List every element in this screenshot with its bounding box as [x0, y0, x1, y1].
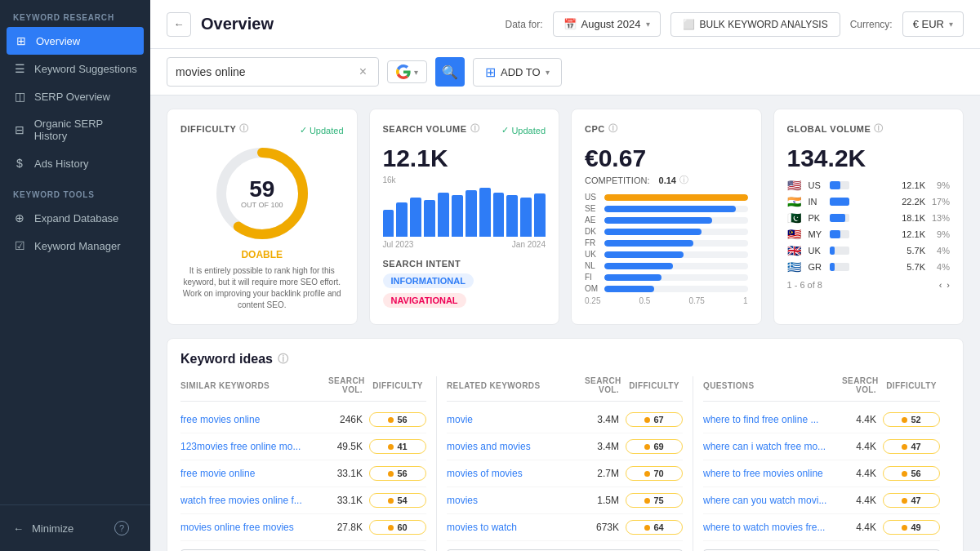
- search-intent-label: SEARCH INTENT: [383, 259, 546, 269]
- country-percentage: 4%: [930, 246, 950, 256]
- difficulty-number: 41: [397, 442, 407, 451]
- keyword-link[interactable]: where to watch movies fre...: [703, 522, 842, 533]
- sidebar-item-expand-database[interactable]: ⊕ Expand Database: [0, 204, 150, 232]
- intent-tag-navigational: NAVIGATIONAL: [383, 293, 466, 308]
- cpc-country-row: SE: [585, 204, 748, 213]
- back-button[interactable]: ←: [167, 12, 191, 37]
- add-to-label: ADD TO: [501, 66, 541, 78]
- country-flag: 🇺🇸: [787, 179, 804, 192]
- prev-page-arrow[interactable]: ‹: [939, 280, 942, 290]
- keyword-row: movies and movies 3.4M 69: [447, 433, 683, 460]
- search-input[interactable]: [176, 65, 356, 78]
- list-icon: ☰: [13, 62, 26, 75]
- keyword-link[interactable]: where can i watch free mo...: [703, 441, 842, 452]
- sidebar-item-organic-serp-history[interactable]: ⊟ Organic SERP History: [0, 110, 150, 149]
- bulk-keyword-analysis-button[interactable]: ⬜ BULK KEYWORD ANALYSIS: [670, 12, 840, 37]
- keyword-link[interactable]: 123movies free online mo...: [180, 441, 328, 452]
- difficulty-badge: 70: [626, 466, 683, 481]
- country-bars: US SE AE DK FR UK: [585, 193, 748, 293]
- chart-date-labels: Jul 2023 Jan 2024: [383, 240, 546, 249]
- keyword-link[interactable]: movies of movies: [447, 468, 585, 479]
- date-picker-button[interactable]: 📅 August 2024 ▾: [553, 11, 661, 37]
- sidebar-item-serp-overview[interactable]: ◫ SERP Overview: [0, 82, 150, 110]
- keyword-link[interactable]: where can you watch movi...: [703, 495, 842, 506]
- country-bar-background: [604, 194, 748, 201]
- currency-value: € EUR: [913, 18, 944, 30]
- sidebar-item-keyword-manager[interactable]: ☑ Keyword Manager: [0, 232, 150, 260]
- main-content: ← Overview Data for: 📅 August 2024 ▾ ⬜ B…: [150, 0, 980, 551]
- chevron-down-icon: ▾: [646, 20, 650, 29]
- similar-diff-header: DIFFICULTY: [369, 381, 426, 390]
- keyword-link[interactable]: movies: [447, 495, 585, 506]
- keyword-row: movies of movies 2.7M 70: [447, 460, 683, 487]
- search-input-wrap: ×: [167, 57, 379, 87]
- country-code: FI: [585, 273, 601, 282]
- difficulty-dot: [644, 498, 650, 504]
- cpc-country-row: OM: [585, 284, 748, 293]
- country-bar-background: [604, 286, 748, 292]
- search-button[interactable]: 🔍: [435, 57, 465, 87]
- volume-bar: [383, 210, 394, 237]
- global-country-row: 🇮🇳 IN 22.2K 17%: [787, 195, 951, 208]
- related-col-label: RELATED KEYWORDS: [447, 381, 585, 390]
- country-code: SE: [585, 204, 601, 213]
- clear-icon[interactable]: ×: [356, 64, 370, 79]
- difficulty-dot: [644, 525, 650, 531]
- keyword-link[interactable]: free movies online: [180, 414, 328, 425]
- difficulty-number: 67: [653, 415, 663, 424]
- cpc-country-row: FR: [585, 238, 748, 247]
- keyword-row: movies online free movies 27.8K 60: [180, 514, 426, 541]
- keyword-link[interactable]: free movie online: [180, 468, 328, 479]
- similar-vol-header: SEARCH VOL.: [328, 376, 369, 394]
- difficulty-updated: ✓ Updated: [300, 125, 344, 136]
- cpc-scale-labels: 0.25 0.5 0.75 1: [585, 296, 748, 305]
- difficulty-number: 70: [653, 469, 663, 478]
- intent-tags: INFORMATIONAL NAVIGATIONAL: [383, 273, 546, 308]
- sidebar-item-label: Keyword Manager: [34, 240, 121, 252]
- help-icon[interactable]: ?: [114, 521, 129, 535]
- minimize-arrow-icon: ←: [13, 522, 24, 535]
- country-bar-background: [604, 251, 748, 258]
- mini-bar-background: [830, 181, 849, 189]
- sidebar-item-overview[interactable]: ⊞ Overview: [7, 27, 144, 55]
- global-country-row: 🇲🇾 MY 12.1K 9%: [787, 228, 951, 241]
- volume-bar: [520, 198, 532, 237]
- dollar-icon: $: [13, 157, 26, 170]
- google-logo-selector[interactable]: ▾: [387, 60, 427, 83]
- keyword-link[interactable]: movies and movies: [447, 441, 585, 452]
- next-page-arrow[interactable]: ›: [947, 280, 950, 290]
- country-code-label: UK: [808, 246, 825, 256]
- keyword-link[interactable]: where to free movies online: [703, 468, 842, 479]
- keyword-link[interactable]: movie: [447, 414, 585, 425]
- keyword-link[interactable]: movies online free movies: [180, 522, 328, 533]
- country-bar-fill: [604, 251, 684, 258]
- sidebar-item-label: SERP Overview: [34, 91, 110, 103]
- pagination-row: 1 - 6 of 8 ‹ ›: [787, 280, 951, 290]
- add-to-button[interactable]: ⊞ ADD TO ▾: [473, 58, 562, 87]
- country-code: OM: [585, 284, 601, 293]
- sidebar-item-keyword-suggestions[interactable]: ☰ Keyword Suggestions: [0, 55, 150, 82]
- difficulty-badge: 41: [369, 439, 426, 454]
- country-bar-fill: [604, 286, 654, 292]
- currency-label: Currency:: [850, 19, 893, 30]
- keyword-row: 123movies free online mo... 49.5K 41: [180, 433, 426, 460]
- country-volume: 22.2K: [899, 197, 925, 207]
- keyword-volume: 27.8K: [328, 522, 369, 533]
- questions-vol-header: SEARCH VOL.: [842, 376, 883, 394]
- mini-bar-fill: [830, 214, 846, 222]
- mini-bar-background: [830, 247, 849, 255]
- keyword-ideas-section: Keyword ideas ⓘ SIMILAR KEYWORDS SEARCH …: [167, 338, 964, 551]
- keyword-link[interactable]: where to find free online ...: [703, 414, 842, 425]
- difficulty-dot: [644, 471, 650, 477]
- keyword-link[interactable]: movies to watch: [447, 522, 585, 533]
- keyword-link[interactable]: watch free movies online f...: [180, 495, 328, 506]
- cpc-country-row: DK: [585, 227, 748, 236]
- similar-col-label: SIMILAR KEYWORDS: [180, 381, 328, 390]
- cpc-card: CPC ⓘ €0.67 COMPETITION: 0.14 ⓘ US SE AE: [571, 109, 762, 325]
- calendar-icon: 📅: [564, 18, 577, 30]
- similar-keywords-col: SIMILAR KEYWORDS SEARCH VOL. DIFFICULTY …: [180, 376, 437, 551]
- country-flag: 🇬🇷: [787, 260, 804, 273]
- currency-selector[interactable]: € EUR ▾: [902, 11, 964, 37]
- minimize-button[interactable]: ← Minimize ?: [0, 513, 150, 543]
- sidebar-item-ads-history[interactable]: $ Ads History: [0, 149, 150, 177]
